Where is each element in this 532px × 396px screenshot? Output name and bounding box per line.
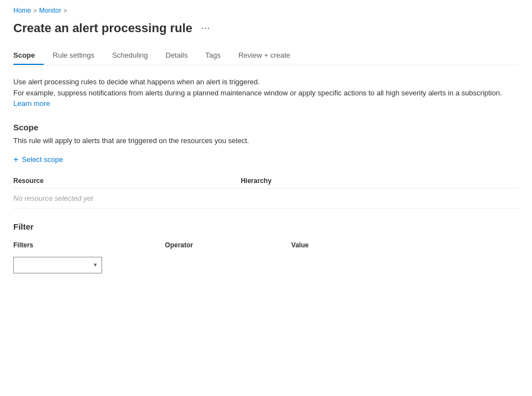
scope-title: Scope bbox=[13, 123, 519, 132]
filter-section: Filter Filters Operator Value ▾ bbox=[13, 222, 519, 278]
info-line2: For example, suppress notifications from… bbox=[13, 88, 513, 109]
page-header: Create an alert processing rule ··· bbox=[13, 21, 519, 35]
page-more-button[interactable]: ··· bbox=[198, 22, 214, 34]
scope-description: This rule will apply to alerts that are … bbox=[13, 136, 519, 145]
filter-table: Filters Operator Value ▾ bbox=[13, 238, 519, 278]
scope-section: Scope This rule will apply to alerts tha… bbox=[13, 123, 519, 209]
learn-more-link[interactable]: Learn more bbox=[13, 99, 50, 108]
filter-row: ▾ bbox=[13, 252, 519, 278]
info-line2-text: For example, suppress notifications from… bbox=[13, 89, 502, 97]
scope-table: Resource Hierarchy No resource selected … bbox=[13, 174, 519, 209]
add-scope-label: Select scope bbox=[22, 155, 63, 164]
chevron-down-icon: ▾ bbox=[94, 261, 97, 268]
no-resource-row: No resource selected yet bbox=[13, 188, 519, 208]
filter-title: Filter bbox=[13, 222, 519, 231]
filter-dropdown-cell: ▾ bbox=[13, 252, 165, 278]
tab-rule-settings[interactable]: Rule settings bbox=[44, 47, 103, 65]
col-header-operator: Operator bbox=[165, 238, 291, 252]
tabs-nav: Scope Rule settings Scheduling Details T… bbox=[13, 47, 519, 65]
operator-cell bbox=[165, 252, 291, 278]
tab-details[interactable]: Details bbox=[157, 47, 197, 65]
breadcrumb-separator-2: > bbox=[63, 7, 67, 14]
breadcrumb: Home > Monitor > bbox=[13, 7, 519, 14]
info-line1: Use alert processing rules to decide wha… bbox=[13, 77, 513, 88]
no-resource-message: No resource selected yet bbox=[13, 188, 519, 208]
info-section: Use alert processing rules to decide wha… bbox=[13, 77, 513, 109]
value-cell bbox=[291, 252, 519, 278]
page-container: Home > Monitor > Create an alert process… bbox=[0, 0, 532, 291]
add-scope-button[interactable]: + Select scope bbox=[13, 153, 63, 167]
tab-review-create[interactable]: Review + create bbox=[230, 47, 300, 65]
breadcrumb-home[interactable]: Home bbox=[13, 7, 31, 14]
page-title: Create an alert processing rule bbox=[13, 21, 192, 35]
breadcrumb-monitor[interactable]: Monitor bbox=[39, 7, 61, 14]
tab-scheduling[interactable]: Scheduling bbox=[103, 47, 156, 65]
tab-scope[interactable]: Scope bbox=[13, 47, 44, 65]
col-header-resource: Resource bbox=[13, 174, 241, 189]
col-header-filters: Filters bbox=[13, 238, 165, 252]
col-header-value: Value bbox=[291, 238, 519, 252]
breadcrumb-separator-1: > bbox=[33, 7, 37, 14]
col-header-hierarchy: Hierarchy bbox=[241, 174, 519, 189]
tab-tags[interactable]: Tags bbox=[196, 47, 229, 65]
filter-dropdown[interactable]: ▾ bbox=[13, 257, 102, 273]
plus-icon: + bbox=[13, 155, 18, 165]
